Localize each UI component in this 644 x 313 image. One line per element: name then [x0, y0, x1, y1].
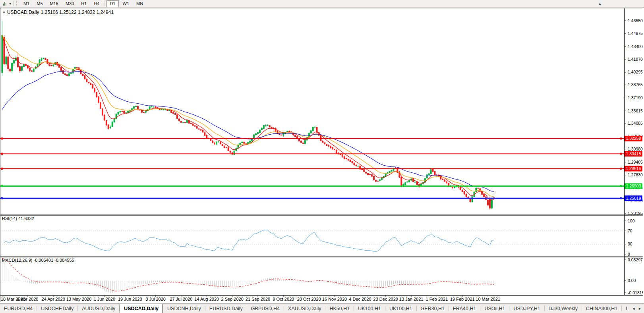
candle: [415, 182, 416, 182]
candle: [261, 128, 262, 129]
symbol-tab-china300-h1[interactable]: CHINA300,H1: [582, 304, 621, 313]
timeframe-button-m15[interactable]: M15: [47, 0, 62, 7]
line-anchor-marker[interactable]: [620, 153, 622, 155]
timeframe-button-h1[interactable]: H1: [78, 0, 90, 7]
candle: [298, 139, 300, 141]
toolbar-overflow-icon[interactable]: ▲: [598, 2, 601, 6]
macd-axis-label: 0.032972: [628, 257, 643, 262]
candle: [409, 180, 410, 182]
line-anchor-marker[interactable]: [620, 137, 622, 139]
symbol-tab-usdchf-daily[interactable]: USDCHF,Daily: [37, 304, 77, 313]
symbol-tab-dj30-weekly[interactable]: DJ30,Weekly: [545, 304, 582, 313]
symbol-tab-usdcnh-daily[interactable]: USDCNH,Daily: [163, 304, 205, 313]
x-axis-label: 23 Dec 2020: [373, 297, 398, 301]
timeframe-button-d1[interactable]: D1: [106, 0, 118, 7]
symbol-tab-ger30-h1[interactable]: GER30,H1: [417, 304, 449, 313]
candle: [90, 83, 91, 85]
symbol-tab-gbpusd-h4[interactable]: GBPUSD,H4: [247, 304, 284, 313]
candle: [316, 128, 317, 132]
symbol-tab-xauusd-daily[interactable]: XAUUSD,Daily: [284, 304, 325, 313]
timeframe-button-m1[interactable]: M1: [20, 0, 33, 7]
timeframe-toolbar: ▼ M1M5M15M30H1H4D1W1MN: [0, 0, 644, 8]
candle: [33, 69, 34, 71]
toolbar-grip[interactable]: [16, 1, 18, 6]
line-anchor-marker[interactable]: [620, 185, 622, 187]
candle: [39, 60, 40, 64]
timeframe-button-m5[interactable]: M5: [33, 0, 46, 7]
timeframe-button-h4[interactable]: H4: [91, 0, 102, 7]
candle: [149, 106, 150, 109]
candle: [263, 126, 264, 129]
symbol-tab-uk100-h1[interactable]: UK100,H1: [354, 304, 385, 313]
candle: [401, 177, 402, 186]
macd-label: MACD(12,26,9) -0.005401 -0.004555: [2, 258, 74, 263]
candle: [112, 122, 113, 127]
timeframe-button-w1[interactable]: W1: [120, 0, 133, 7]
symbol-tab-usoil-h1[interactable]: USOil,H1: [480, 304, 509, 313]
x-axis-label: 10 Mar 2021: [476, 297, 500, 301]
candle: [6, 57, 7, 64]
rsi-panel: RSI(14) 41.6332: [0, 216, 624, 251]
chevron-down-icon[interactable]: ▼: [9, 2, 12, 5]
candle: [108, 125, 109, 129]
x-axis-label: 13 Jan 2021: [399, 297, 424, 301]
candle: [84, 75, 85, 79]
candle: [70, 73, 72, 73]
candle: [454, 187, 455, 188]
candle: [116, 114, 117, 119]
line-anchor-marker[interactable]: [1, 168, 3, 170]
candle: [21, 66, 23, 70]
chart-symbol-period: USDCAD,Daily: [7, 10, 39, 15]
candle: [186, 120, 188, 123]
candle: [269, 126, 270, 127]
y-axis-label: 1.41870: [628, 57, 643, 62]
symbol-tab-eurusd-h4[interactable]: EURUSD,H4: [0, 304, 37, 313]
timeframe-button-m30[interactable]: M30: [62, 0, 77, 7]
candle: [330, 146, 331, 148]
time-axis[interactable]: 18 Mar 20206 Apr 202024 Apr 202013 May 2…: [1, 295, 500, 301]
y-axis-label: 1.43400: [628, 44, 643, 49]
symbol-tab-usdcad-daily[interactable]: USDCAD,Daily: [120, 304, 163, 313]
line-anchor-marker[interactable]: [620, 168, 622, 170]
candle: [483, 194, 485, 197]
symbol-tab-hk50-h1[interactable]: HK50,H1: [325, 304, 354, 313]
candle: [332, 147, 333, 149]
candle: [259, 130, 260, 133]
candle: [206, 135, 207, 138]
symbol-tab-fra40-h1[interactable]: FRA40,H1: [449, 304, 480, 313]
rsi-label: RSI(14) 41.6332: [2, 216, 34, 221]
candle: [126, 113, 127, 113]
new-chart-button[interactable]: [1, 1, 8, 6]
price-line-labels: 1.322581.304151.286161.265031.25019: [625, 136, 642, 201]
line-anchor-marker[interactable]: [1, 137, 3, 139]
price-line-badge-text: 1.30415: [626, 151, 641, 156]
collapse-caret-icon[interactable]: ▼: [2, 11, 6, 14]
candle: [328, 145, 329, 147]
chart-canvas[interactable]: RSI(14) 41.6332MACD(12,26,9) -0.005401 -…: [0, 8, 643, 302]
symbol-tab-uk100-h1[interactable]: UK100,H1: [385, 304, 416, 313]
candle: [153, 107, 154, 107]
candle: [253, 135, 255, 138]
line-anchor-marker[interactable]: [1, 185, 3, 187]
tab-scroll-right-icon[interactable]: ►: [638, 307, 642, 311]
candle: [169, 110, 170, 110]
candle: [462, 190, 463, 192]
candle: [281, 135, 282, 135]
rsi-axis-label: 0: [628, 252, 630, 257]
symbol-tab-eurusd-daily[interactable]: EURUSD,Daily: [205, 304, 247, 313]
symbol-tab-audusd-daily[interactable]: AUDUSD,Daily: [78, 304, 119, 313]
line-anchor-marker[interactable]: [1, 153, 3, 155]
y-axis-label: 1.30980: [628, 147, 643, 151]
candle: [228, 148, 229, 151]
candle: [49, 64, 50, 66]
candle: [416, 182, 418, 185]
candle: [198, 129, 199, 129]
candle: [184, 122, 186, 123]
rsi-axis-label: 30: [628, 242, 632, 246]
tab-scroll-left-icon[interactable]: ◄: [632, 307, 635, 311]
x-axis-label: 2 Sep 2020: [221, 297, 244, 301]
timeframe-button-mn[interactable]: MN: [133, 0, 146, 7]
symbol-tab-usdjpy-h1[interactable]: USDJPY,H1: [509, 304, 544, 313]
candle: [177, 115, 178, 118]
candle: [367, 173, 369, 175]
